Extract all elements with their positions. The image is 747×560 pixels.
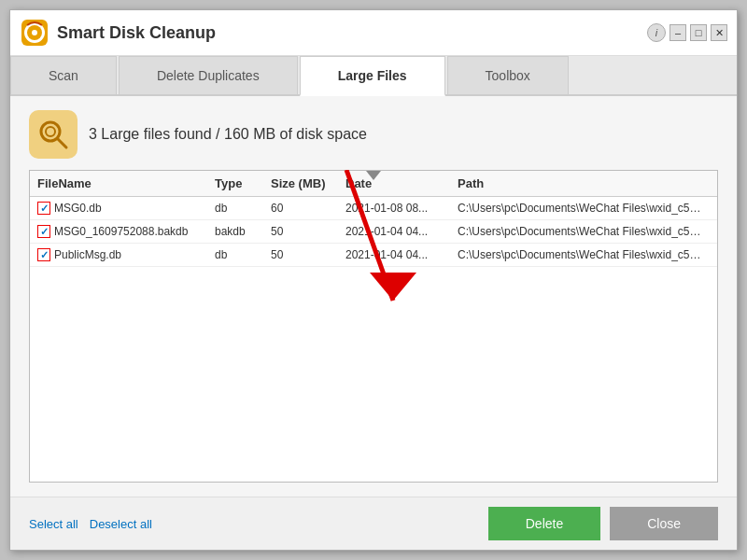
summary-bar: 3 Large files found / 160 MB of disk spa…: [29, 110, 718, 159]
row-checkbox-3[interactable]: [37, 248, 50, 261]
select-all-link[interactable]: Select all: [29, 517, 78, 531]
cell-filename-2: MSG0_1609752088.bakdb: [37, 225, 215, 238]
main-window: Smart Disk Cleanup i – □ ✕ Scan Delete D…: [9, 9, 738, 551]
row-checkbox-1[interactable]: [37, 202, 50, 215]
cell-path-2: C:\Users\pc\Documents\WeChat Files\wxid_…: [458, 225, 710, 238]
table-row: PublicMsg.db db 50 2021-01-04 04... C:\U…: [30, 244, 717, 267]
col-header-type: Type: [215, 176, 271, 190]
maximize-button[interactable]: □: [690, 24, 707, 41]
tab-scan[interactable]: Scan: [10, 56, 117, 94]
row-checkbox-2[interactable]: [37, 225, 50, 238]
summary-text: 3 Large files found / 160 MB of disk spa…: [89, 126, 367, 143]
svg-point-3: [32, 30, 37, 35]
cell-type-3: db: [215, 248, 271, 261]
minimize-button[interactable]: –: [669, 24, 686, 41]
cell-date-1: 2021-01-08 08...: [345, 202, 458, 215]
tab-delete-duplicates[interactable]: Delete Duplicates: [119, 56, 298, 94]
scroll-indicator: [366, 171, 381, 180]
cell-path-1: C:\Users\pc\Documents\WeChat Files\wxid_…: [458, 202, 710, 215]
info-button[interactable]: i: [647, 23, 666, 42]
close-window-button[interactable]: ✕: [711, 24, 727, 41]
file-table: FileName Type Size (MB) Date Path MSG0.d…: [29, 170, 718, 483]
col-header-size: Size (MB): [271, 176, 345, 190]
table-row: MSG0_1609752088.bakdb bakdb 50 2021-01-0…: [30, 220, 717, 244]
footer-buttons: Delete Close: [488, 507, 718, 540]
cell-filename-1: MSG0.db: [37, 202, 215, 215]
svg-point-6: [46, 127, 55, 136]
deselect-all-link[interactable]: Deselect all: [90, 517, 152, 531]
search-icon: [36, 118, 70, 151]
title-left: Smart Disk Cleanup: [20, 18, 216, 48]
summary-icon: [29, 110, 78, 159]
footer-links: Select all Deselect all: [29, 517, 152, 531]
cell-date-3: 2021-01-04 04...: [345, 248, 458, 261]
app-icon: [20, 18, 49, 48]
cell-type-1: db: [215, 202, 271, 215]
tab-toolbox[interactable]: Toolbox: [447, 56, 569, 94]
table-row: MSG0.db db 60 2021-01-08 08... C:\Users\…: [30, 197, 717, 220]
cell-type-2: bakdb: [215, 225, 271, 238]
close-button[interactable]: Close: [610, 507, 718, 540]
tab-large-files[interactable]: Large Files: [300, 56, 445, 96]
app-title: Smart Disk Cleanup: [57, 23, 216, 43]
title-controls: i – □ ✕: [647, 23, 727, 42]
table-body: MSG0.db db 60 2021-01-08 08... C:\Users\…: [30, 197, 717, 482]
cell-size-2: 50: [271, 225, 345, 238]
col-header-path: Path: [458, 176, 710, 190]
title-bar: Smart Disk Cleanup i – □ ✕: [10, 10, 737, 56]
col-header-filename: FileName: [37, 176, 215, 190]
footer: Select all Deselect all Delete Close: [10, 497, 737, 550]
cell-date-2: 2021-01-04 04...: [345, 225, 458, 238]
cell-path-3: C:\Users\pc\Documents\WeChat Files\wxid_…: [458, 248, 710, 261]
cell-size-1: 60: [271, 202, 345, 215]
tab-bar: Scan Delete Duplicates Large Files Toolb…: [10, 56, 737, 96]
cell-size-3: 50: [271, 248, 345, 261]
delete-button[interactable]: Delete: [488, 507, 600, 540]
content-area: 3 Large files found / 160 MB of disk spa…: [10, 96, 737, 497]
col-header-date: Date: [345, 176, 458, 190]
cell-filename-3: PublicMsg.db: [37, 248, 215, 261]
svg-line-5: [58, 139, 66, 147]
